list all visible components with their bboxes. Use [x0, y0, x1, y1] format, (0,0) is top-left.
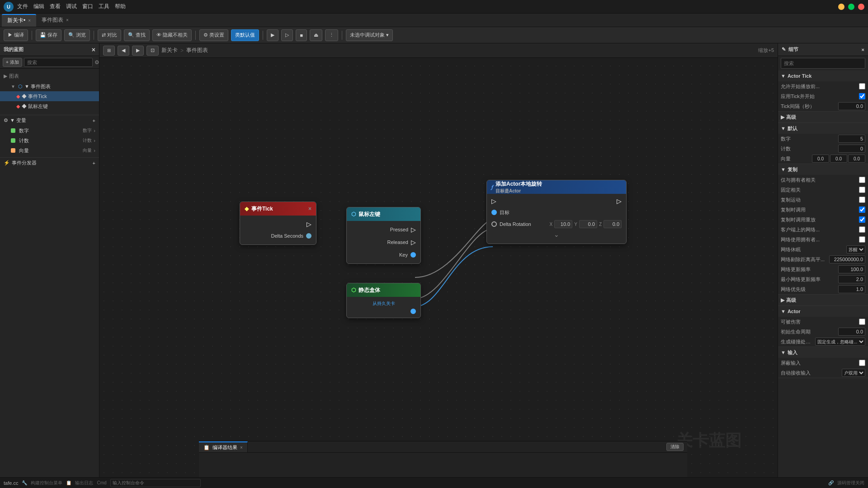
- settings-icon[interactable]: ⚙: [94, 58, 99, 67]
- compare-button[interactable]: ⇄ 对比: [98, 29, 121, 41]
- var-vector-item[interactable]: 向量 向量 ›: [0, 145, 99, 155]
- add-button[interactable]: + 添加: [3, 58, 22, 67]
- breadcrumb-event-graph[interactable]: 事件图表: [186, 47, 208, 54]
- can-be-damaged-checkbox[interactable]: [859, 319, 865, 325]
- rotation-x-input[interactable]: [554, 220, 572, 228]
- block-input-checkbox[interactable]: [859, 360, 865, 366]
- stop-button[interactable]: ■: [296, 29, 307, 41]
- tab-event-graph-close[interactable]: ×: [66, 18, 69, 23]
- net-priority-input[interactable]: [838, 285, 865, 293]
- close-button[interactable]: [858, 4, 864, 10]
- apply-tick-checkbox[interactable]: [859, 93, 865, 99]
- net-cull-input[interactable]: [829, 255, 865, 263]
- event-graph-item[interactable]: ▼ ⬡ ▼ 事件图表: [0, 81, 99, 91]
- var-number-item[interactable]: 数字 数字 ›: [0, 126, 99, 136]
- settings-button[interactable]: ⚙ 类设置: [199, 29, 228, 41]
- event-tick-node[interactable]: ◆ 事件Tick × ▷ Delta Seconds: [240, 202, 316, 245]
- actor-tick-header[interactable]: ▼ Actor Tick: [778, 70, 868, 81]
- replicate-movement-checkbox[interactable]: [859, 197, 865, 203]
- advanced-1-header[interactable]: ▶ 高级: [778, 112, 868, 122]
- auto-receive-input-select[interactable]: 户双用: [842, 369, 865, 377]
- menu-debug[interactable]: 调试: [66, 3, 77, 10]
- rotation-y-input[interactable]: [579, 220, 597, 228]
- compiler-tab-close[interactable]: ×: [240, 445, 243, 450]
- mouse-left-item[interactable]: ◆ ◆ 鼠标左键: [0, 101, 99, 111]
- canvas-area[interactable]: ⊞ ◀ ▶ ⊡ 新关卡 > 事件图表 缩放+5 ◆ 事件Tick ×: [99, 43, 778, 488]
- play-selected-button[interactable]: ▷: [281, 29, 293, 41]
- breadcrumb-level[interactable]: 新关卡: [161, 47, 178, 54]
- browse-button[interactable]: 🔍 浏览: [64, 29, 90, 41]
- vector-x-input[interactable]: [812, 155, 829, 163]
- defaults-header[interactable]: ▼ 默认: [778, 123, 868, 134]
- graphs-label[interactable]: ▶ 图表: [0, 70, 99, 81]
- build-console-icon[interactable]: 🔧: [22, 480, 27, 485]
- net-dormancy-select[interactable]: 苏醒: [846, 245, 865, 253]
- output-log-icon[interactable]: 📋: [66, 480, 71, 485]
- tick-interval-input[interactable]: [838, 102, 865, 110]
- save-button[interactable]: 💾 保存: [36, 29, 61, 41]
- mouse-left-node[interactable]: ⬡ 鼠标左键 Pressed ▷ Released ▷ Key: [346, 207, 421, 264]
- advanced-2-header[interactable]: ▶ 高级: [778, 295, 868, 305]
- class-defaults-button[interactable]: 类默认值: [231, 29, 259, 41]
- vars-header[interactable]: ⚙ ▼ 变量 +: [0, 115, 99, 126]
- more-button[interactable]: ⋮: [325, 29, 338, 41]
- net-use-owner-checkbox[interactable]: [859, 236, 865, 243]
- replication-header[interactable]: ▼ 复制: [778, 164, 868, 175]
- canvas-forward-button[interactable]: ▶: [132, 46, 144, 56]
- menu-tools[interactable]: 工具: [99, 3, 109, 10]
- node-expand-button[interactable]: ⌄: [491, 229, 622, 240]
- allow-tick-checkbox[interactable]: [859, 83, 865, 89]
- menu-window[interactable]: 窗口: [82, 3, 93, 10]
- tab-new-level-close[interactable]: ×: [28, 18, 31, 23]
- replication-applies-checkbox[interactable]: [859, 206, 865, 213]
- default-number-input[interactable]: [838, 135, 865, 143]
- details-search[interactable]: [781, 58, 865, 69]
- minimize-button[interactable]: [838, 4, 844, 10]
- net-update-freq-input[interactable]: [838, 265, 865, 273]
- client-net-checkbox[interactable]: [859, 226, 865, 233]
- menu-file[interactable]: 文件: [17, 3, 28, 10]
- vector-z-input[interactable]: [848, 155, 865, 163]
- console-input[interactable]: [110, 479, 201, 487]
- fixed-relevancy-checkbox[interactable]: [859, 187, 865, 193]
- add-rotation-node[interactable]: 𝑓 添加Actor本地旋转 目标是Actor ▷ ▷ 目标 Delta Rota: [486, 180, 627, 244]
- initial-life-span-input[interactable]: [838, 328, 865, 336]
- search-button[interactable]: 🔍 查找: [124, 29, 150, 41]
- event-dispatcher-add-icon[interactable]: +: [93, 160, 95, 166]
- eject-button[interactable]: ⏏: [310, 29, 322, 41]
- menu-help[interactable]: 帮助: [115, 3, 126, 10]
- replication-applies-replay-checkbox[interactable]: [859, 216, 865, 223]
- compile-button[interactable]: ▶ 编译: [4, 29, 28, 41]
- canvas-overview-button[interactable]: ⊡: [146, 46, 159, 56]
- canvas-layout-button[interactable]: ⊞: [103, 46, 115, 56]
- event-dispatcher-header[interactable]: ⚡ 事件分发器 +: [0, 157, 99, 168]
- tab-new-level[interactable]: 新关卡• ×: [2, 14, 36, 27]
- canvas-back-button[interactable]: ◀: [118, 46, 129, 56]
- event-tick-item[interactable]: ◆ ◆ 事件Tick: [0, 91, 99, 101]
- input-header[interactable]: ▼ 输入: [778, 347, 868, 358]
- left-panel-close[interactable]: ×: [92, 46, 95, 53]
- simulation-target-button[interactable]: 未选中调试对象 ▾: [346, 29, 393, 41]
- source-control-icon[interactable]: 🔗: [828, 480, 834, 485]
- min-net-update-input[interactable]: [838, 275, 865, 283]
- menu-edit[interactable]: 编辑: [33, 3, 44, 10]
- static-mesh-node[interactable]: ⬡ 静态盒体 从持久关卡: [346, 283, 421, 318]
- same-as-owner-checkbox[interactable]: [859, 177, 865, 183]
- actor-header[interactable]: ▼ Actor: [778, 306, 868, 317]
- tab-event-graph[interactable]: 事件图表 ×: [36, 14, 74, 27]
- maximize-button[interactable]: [848, 4, 854, 10]
- menu-view[interactable]: 查看: [50, 3, 61, 10]
- details-close[interactable]: ×: [862, 47, 864, 52]
- vector-y-input[interactable]: [830, 155, 847, 163]
- left-panel-search[interactable]: [24, 58, 93, 67]
- rotation-z-input[interactable]: [604, 220, 622, 228]
- default-count-input[interactable]: [838, 145, 865, 153]
- clear-button[interactable]: 清除: [666, 443, 684, 451]
- compiler-tab[interactable]: 📋 编译器结果 ×: [199, 441, 248, 452]
- vars-add-icon[interactable]: +: [93, 118, 95, 123]
- hide-unrelated-button[interactable]: 👁 隐藏不相关: [152, 29, 192, 41]
- event-tick-node-close[interactable]: ×: [308, 206, 311, 212]
- var-count-item[interactable]: 计数 计数 ›: [0, 136, 99, 145]
- generate-overlap-select[interactable]: 固定生成，忽略碰...: [815, 338, 865, 346]
- play-button[interactable]: ▶: [267, 29, 278, 41]
